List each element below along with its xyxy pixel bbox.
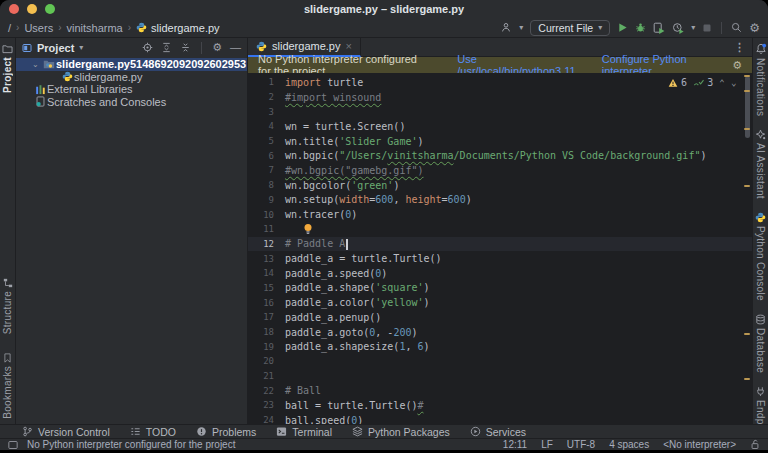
code-line[interactable]: 8wn.bgcolor('green'): [248, 178, 752, 193]
tool-strip-item-database[interactable]: Database: [755, 314, 766, 373]
tool-window-button-terminal[interactable]: Terminal: [276, 426, 332, 438]
code-line[interactable]: 7#wn.bgpic("gamebg.gif"): [248, 163, 752, 178]
line-number[interactable]: 23: [248, 400, 274, 410]
code-line[interactable]: 4wn = turtle.Screen(): [248, 119, 752, 134]
code-line[interactable]: 3: [248, 104, 752, 119]
line-number[interactable]: 3: [248, 107, 274, 117]
tool-strip-item-notifications[interactable]: Notifications: [755, 43, 767, 116]
line-number[interactable]: 24: [248, 415, 274, 424]
line-number[interactable]: 12: [248, 239, 274, 249]
code-line[interactable]: 17paddle_a.penup(): [248, 310, 752, 325]
maximize-window-button[interactable]: [45, 4, 55, 14]
line-number[interactable]: 19: [248, 342, 274, 352]
line-number[interactable]: 17: [248, 312, 274, 322]
stop-button[interactable]: [702, 23, 712, 33]
tool-window-button-problems[interactable]: Problems: [196, 426, 256, 438]
code-line[interactable]: 5wn.title('Slider Game'): [248, 134, 752, 149]
settings-gear-icon[interactable]: ⚙: [749, 22, 760, 34]
search-everywhere-icon[interactable]: [731, 22, 742, 33]
collapse-all-icon[interactable]: [180, 42, 191, 53]
close-window-button[interactable]: [9, 4, 19, 14]
line-number[interactable]: 4: [248, 121, 274, 131]
line-number[interactable]: 8: [248, 180, 274, 190]
expand-all-icon[interactable]: [161, 42, 172, 53]
tool-window-button-python-packages[interactable]: Python Packages: [352, 426, 450, 438]
line-number[interactable]: 6: [248, 151, 274, 161]
code-line[interactable]: 16paddle_a.color('yellow'): [248, 295, 752, 310]
line-number[interactable]: 13: [248, 254, 274, 264]
code-line[interactable]: 11: [248, 222, 752, 237]
breadcrumb-root[interactable]: /: [8, 22, 11, 34]
typo-count[interactable]: 3: [707, 77, 713, 88]
code-line[interactable]: 12# Paddle A: [248, 237, 752, 252]
code-editor[interactable]: 1import turtle2#import winsound34wn = tu…: [248, 73, 752, 424]
minimize-window-button[interactable]: [27, 4, 37, 14]
chevron-expanded-icon[interactable]: ⌄: [32, 60, 39, 69]
run-button[interactable]: [617, 22, 628, 33]
tree-item[interactable]: slidergame.py: [16, 71, 247, 84]
next-problem-chevron-icon[interactable]: ⌃: [731, 78, 736, 88]
status-interpreter[interactable]: <No interpreter>: [663, 439, 736, 450]
hide-panel-icon[interactable]: —: [230, 42, 241, 53]
code-line[interactable]: 19paddle_a.shapesize(1, 6): [248, 339, 752, 354]
warning-stripe-mark[interactable]: [744, 378, 750, 380]
project-panel-title[interactable]: Project: [37, 42, 74, 54]
code-line[interactable]: 10wn.tracer(0): [248, 207, 752, 222]
code-line[interactable]: 9wn.setup(width=600, height=600): [248, 193, 752, 208]
code-line[interactable]: 24ball.speed(0): [248, 413, 752, 424]
line-number[interactable]: 10: [248, 210, 274, 220]
intention-lightbulb-icon[interactable]: [303, 223, 313, 236]
warning-stripe-mark[interactable]: [744, 90, 750, 92]
line-number[interactable]: 1: [248, 77, 274, 87]
tool-window-button-services[interactable]: Services: [470, 426, 526, 438]
line-number[interactable]: 5: [248, 136, 274, 146]
line-number[interactable]: 16: [248, 298, 274, 308]
chevron-down-icon[interactable]: ▾: [79, 43, 83, 52]
code-line[interactable]: 23ball = turtle.Turtle()#: [248, 398, 752, 413]
tool-window-button-todo[interactable]: TODO: [130, 426, 176, 438]
tool-strip-item-structure[interactable]: Structure: [0, 278, 15, 334]
chevron-down-icon[interactable]: ▾: [691, 23, 695, 32]
line-number[interactable]: 15: [248, 283, 274, 293]
warning-stripe-mark[interactable]: [744, 185, 750, 187]
panel-options-gear-icon[interactable]: ⚙: [212, 42, 222, 53]
code-with-me-icon[interactable]: [501, 22, 512, 33]
prev-problem-chevron-icon[interactable]: ⌃: [719, 78, 724, 88]
line-number[interactable]: 18: [248, 327, 274, 337]
tool-window-switcher-icon[interactable]: [8, 440, 18, 450]
run-configuration-select[interactable]: Current File ▾: [530, 20, 610, 36]
line-number[interactable]: 20: [248, 356, 274, 366]
status-time[interactable]: 12:11: [503, 439, 527, 450]
warning-stripe-mark[interactable]: [744, 333, 750, 335]
breadcrumb-item[interactable]: slidergame.py: [136, 22, 219, 34]
warning-stripe-mark[interactable]: [744, 75, 750, 77]
locate-file-icon[interactable]: [142, 42, 153, 53]
tree-item[interactable]: ⌄slidergame.py5148692092092602953: [16, 58, 247, 71]
tool-strip-item-endpoints[interactable]: Endpoints: [755, 386, 766, 424]
line-number[interactable]: 9: [248, 195, 274, 205]
code-line[interactable]: 18paddle_a.goto(0, -200): [248, 325, 752, 340]
typo-icon[interactable]: [693, 78, 704, 88]
tree-item[interactable]: Scratches and Consoles: [16, 96, 247, 109]
tool-strip-item-python-console[interactable]: Python Console: [755, 212, 766, 301]
code-line[interactable]: 15paddle_a.shape('square'): [248, 281, 752, 296]
status-line-separator[interactable]: LF: [541, 439, 553, 450]
tool-window-button-version-control[interactable]: Version Control: [22, 426, 110, 438]
line-number[interactable]: 22: [248, 386, 274, 396]
warning-icon[interactable]: [668, 78, 678, 88]
profiler-button[interactable]: [672, 22, 684, 34]
banner-settings-gear-icon[interactable]: ⚙: [732, 60, 742, 71]
code-line[interactable]: 21: [248, 369, 752, 384]
code-line[interactable]: 20: [248, 354, 752, 369]
tree-item[interactable]: External Libraries: [16, 83, 247, 96]
breadcrumb-item[interactable]: Users: [24, 22, 53, 34]
tool-strip-item-ai-assistant[interactable]: AI Assistant: [755, 129, 766, 199]
lock-icon[interactable]: [750, 439, 760, 450]
line-number[interactable]: 14: [248, 268, 274, 278]
code-line[interactable]: 2#import winsound: [248, 90, 752, 105]
warning-stripe-mark[interactable]: [744, 128, 750, 130]
line-number[interactable]: 7: [248, 165, 274, 175]
status-encoding[interactable]: UTF-8: [567, 439, 595, 450]
tab-close-icon[interactable]: ×: [345, 41, 351, 52]
breadcrumb-item[interactable]: vinitsharma: [66, 22, 122, 34]
